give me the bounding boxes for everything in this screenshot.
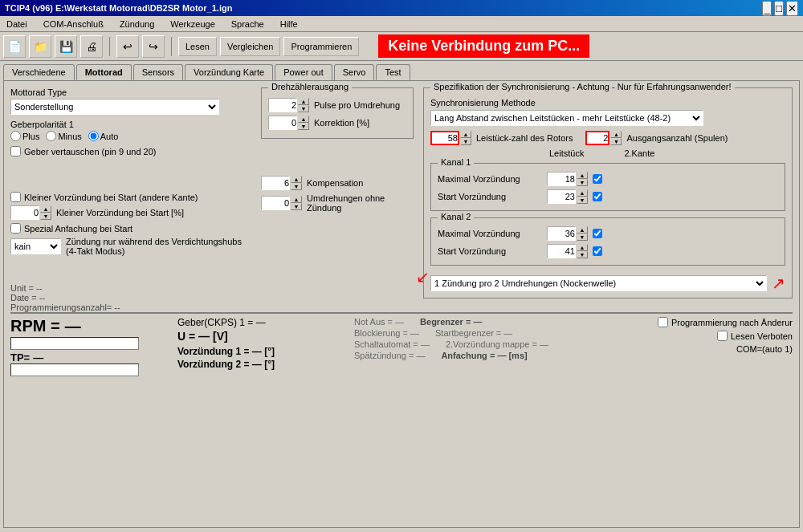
kanal2-start-check[interactable] xyxy=(593,246,602,256)
tab-sensors[interactable]: Sensors xyxy=(133,64,183,80)
programmieren-button[interactable]: Programmieren xyxy=(283,37,359,56)
close-button[interactable]: ✕ xyxy=(786,1,798,16)
minimize-button[interactable]: _ xyxy=(762,1,771,16)
undo-button[interactable]: ↩ xyxy=(116,35,139,58)
ausgangs-label: Ausgangsanzahl (Spulen) xyxy=(626,133,728,143)
geberpolarity-radio-group: Plus Minus Auto xyxy=(10,131,251,141)
radio-plus[interactable] xyxy=(10,131,21,141)
maximize-button[interactable]: □ xyxy=(774,1,784,16)
umdrehungen-up[interactable]: ▲ xyxy=(291,196,302,203)
kleiner-vor-checkbox[interactable] xyxy=(10,192,21,202)
tab-verschiedene[interactable]: Verschiedene xyxy=(3,64,75,80)
kanal1-start-check[interactable] xyxy=(593,192,602,201)
kanal1-start-down[interactable]: ▼ xyxy=(577,197,588,204)
ausgangs-up[interactable]: ▲ xyxy=(610,131,622,138)
kanal1-start-input[interactable] xyxy=(547,189,576,204)
not-aus-section: Not Aus = — xyxy=(354,317,404,327)
menu-datei[interactable]: Datei xyxy=(3,18,31,30)
tab-mottorad[interactable]: Mottorad xyxy=(76,64,132,80)
save-button[interactable]: 💾 xyxy=(55,35,77,58)
kanal2-maximal-input[interactable] xyxy=(547,226,576,241)
menu-zundung[interactable]: Zündung xyxy=(116,18,157,30)
umdrehungen-input[interactable] xyxy=(261,196,290,210)
spezial-checkbox[interactable] xyxy=(10,223,21,234)
pulse-input[interactable] xyxy=(268,98,297,112)
print-button[interactable]: 🖨 xyxy=(80,35,103,58)
pulse-up[interactable]: ▲ xyxy=(298,98,309,105)
kleiner-vor-label: Kleiner Vorzündung bei Start (andere Kan… xyxy=(24,193,198,202)
menu-com[interactable]: COM-Anschluß xyxy=(40,18,107,30)
ausgangs-down[interactable]: ▼ xyxy=(610,138,622,145)
bottom-left: RPM = — TP= — xyxy=(10,317,171,378)
tab-servo[interactable]: Servo xyxy=(334,64,375,80)
radio-minus-label[interactable]: Minus xyxy=(46,131,81,141)
kanal2-start-input[interactable] xyxy=(547,244,576,258)
kompensation-up[interactable]: ▲ xyxy=(291,176,302,183)
menu-werkzeuge[interactable]: Werkzeuge xyxy=(167,18,218,30)
status-row4: Spätzündung = — Anfachung = — [ms] xyxy=(354,351,648,360)
kanal2-start-row: Start Vorzündung ▲ ▼ xyxy=(438,244,778,258)
kain-row: kain Zündung nur während des Verdichtung… xyxy=(10,237,251,256)
radio-auto-label[interactable]: Auto xyxy=(88,131,119,141)
kanal2-start-down[interactable]: ▼ xyxy=(577,251,588,258)
korrektur-up[interactable]: ▲ xyxy=(298,116,309,123)
sync-dropdown[interactable]: 1 Zündung pro 2 Umdrehungen (Nockenwelle… xyxy=(430,275,767,291)
bottom-panel: RPM = — TP= — Geber(CKPS) 1 = — U = — [V… xyxy=(10,312,793,378)
lesen-button[interactable]: Lesen xyxy=(178,37,217,56)
title-bar: TCIP4 (v96) E:\Werkstatt Motorrad\DB2SR … xyxy=(0,0,803,16)
kleiner-vor-up[interactable]: ▲ xyxy=(40,205,51,213)
radio-auto[interactable] xyxy=(88,131,99,141)
redo-button[interactable]: ↪ xyxy=(142,35,165,58)
radio-plus-label[interactable]: Plus xyxy=(10,131,39,141)
lesen-verboten-checkbox[interactable] xyxy=(717,331,728,341)
geber-vertauschen-checkbox[interactable] xyxy=(10,146,21,156)
ausgangs-input[interactable] xyxy=(585,131,609,145)
mottorad-type-select[interactable]: Sonderstellung xyxy=(10,99,219,115)
menu-hilfe[interactable]: Hilfe xyxy=(277,18,301,30)
tab-power-out[interactable]: Power out xyxy=(275,64,332,80)
kleiner-vor-input[interactable] xyxy=(10,205,39,220)
tab-vorzundung[interactable]: Vorzündung Karte xyxy=(185,64,273,80)
begrenzer-value: — xyxy=(473,317,482,327)
bottom-mid: Geber(CKPS) 1 = — U = — [V] Vorzündung 1… xyxy=(171,317,348,378)
kanal1-maximal-down[interactable]: ▼ xyxy=(577,179,588,186)
tab-test[interactable]: Test xyxy=(376,64,410,80)
korrektur-input[interactable] xyxy=(268,116,297,130)
not-aus-label: Not Aus = xyxy=(354,317,393,327)
kanal2-maximal-down[interactable]: ▼ xyxy=(577,234,588,241)
leitstueck-input[interactable] xyxy=(430,131,459,145)
vor2-row: Vorzündung 2 = — [°] xyxy=(177,359,348,370)
radio-minus[interactable] xyxy=(46,131,56,141)
kleiner-vor-down[interactable]: ▼ xyxy=(40,213,51,220)
kleiner-vor-spinner-btns: ▲ ▼ xyxy=(40,205,51,220)
umdrehungen-down[interactable]: ▼ xyxy=(291,203,302,210)
kanal1-maximal-check[interactable] xyxy=(593,174,602,184)
pulse-down[interactable]: ▼ xyxy=(298,105,309,112)
kompensation-down[interactable]: ▼ xyxy=(291,183,302,190)
prog-nach-checkbox[interactable] xyxy=(658,317,668,327)
lesen-verboten-label: Lesen Verboten xyxy=(731,331,793,341)
connection-status: Keine Verbindung zum PC... xyxy=(378,35,589,58)
korrektur-down[interactable]: ▼ xyxy=(298,123,309,130)
main-two-col: Mottorad Type Sonderstellung Geberpolari… xyxy=(10,87,793,312)
open-button[interactable]: 📁 xyxy=(29,35,51,58)
vergleichen-button[interactable]: Vergleichen xyxy=(220,37,281,56)
kanal1-maximal-input[interactable] xyxy=(547,172,576,186)
leitstueck-down[interactable]: ▼ xyxy=(460,138,471,145)
menu-sprache[interactable]: Sprache xyxy=(228,18,267,30)
kanal2-maximal-check[interactable] xyxy=(593,229,602,238)
kompensation-input[interactable] xyxy=(261,176,290,190)
leitstueck-up[interactable]: ▲ xyxy=(460,131,471,138)
kanal2-maximal-up[interactable]: ▲ xyxy=(577,226,588,234)
kanal1-maximal-up[interactable]: ▲ xyxy=(577,172,588,179)
kanal1-start-up[interactable]: ▲ xyxy=(577,189,588,197)
kanal1-start-spinner: ▲ ▼ xyxy=(547,189,588,204)
spacer3 xyxy=(261,144,414,176)
menubar: Datei COM-Anschluß Zündung Werkzeuge Spr… xyxy=(0,16,803,32)
methode-select[interactable]: Lang Abstand zwischen Leitstücken - mehr… xyxy=(430,110,703,126)
anfachung-label: Anfachung = xyxy=(441,351,495,360)
new-button[interactable]: 📄 xyxy=(3,35,26,58)
prog-nach-row: Programmierung nach Änderur xyxy=(648,317,793,327)
kanal2-start-up[interactable]: ▲ xyxy=(577,244,588,251)
kain-select[interactable]: kain xyxy=(10,238,61,254)
